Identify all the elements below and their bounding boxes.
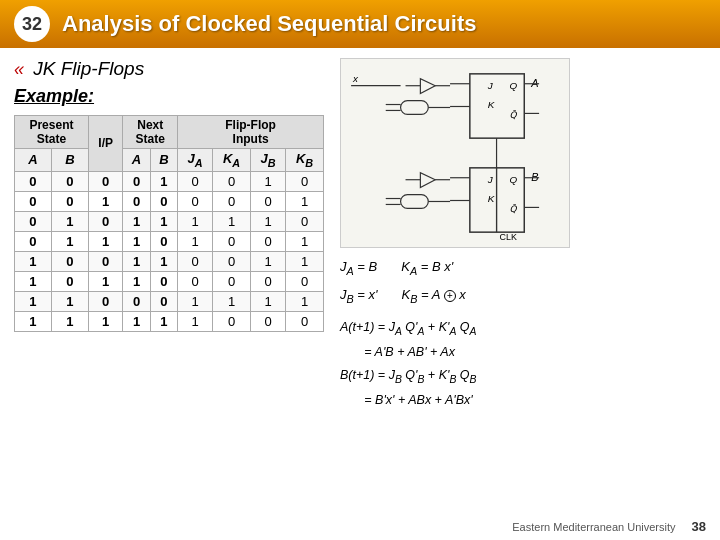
table-cell: 1 [251,251,286,271]
equations-block: JA = B KA = B x' JB = x' KB = A x [340,256,466,312]
col-ka: KA [213,149,251,172]
svg-text:Q: Q [509,174,517,185]
table-cell: 0 [88,251,122,271]
col-present-state: PresentState [15,116,89,149]
circuit-diagram: J K Q Q̄ A [340,58,570,248]
table-cell: 0 [213,251,251,271]
table-cell: 0 [51,191,88,211]
table-cell: 0 [213,231,251,251]
col-b: B [51,149,88,172]
table-cell: 0 [123,291,150,311]
header: 32 Analysis of Clocked Sequential Circui… [0,0,720,48]
table-cell: 0 [123,191,150,211]
example-label: Example: [14,86,324,107]
table-cell: 1 [286,291,324,311]
svg-text:K: K [488,193,495,204]
table-cell: 1 [251,171,286,191]
table-cell: 1 [15,251,52,271]
table-cell: 1 [286,251,324,271]
bullet-icon: « [14,59,24,79]
table-cell: 1 [213,211,251,231]
table-cell: 0 [286,211,324,231]
table-cell: 1 [123,271,150,291]
col-next-b: B [150,149,177,172]
table-cell: 0 [15,231,52,251]
table-cell: 1 [150,251,177,271]
table-cell: 0 [286,171,324,191]
col-kb: KB [286,149,324,172]
table-cell: 0 [150,231,177,251]
table-cell: 0 [150,191,177,211]
table-row: 111111000 [15,311,324,331]
main-content: « JK Flip-Flops Example: PresentState I/… [0,48,720,540]
table-cell: 1 [178,291,213,311]
table-cell: 0 [286,271,324,291]
table-cell: 0 [213,311,251,331]
kb-equation: KB = A x [402,284,466,308]
table-cell: 0 [251,231,286,251]
table-cell: 1 [88,231,122,251]
jb-equation: JB = x' [340,284,378,308]
bt1-formula-2: = B'x' + ABx + A'Bx' [340,389,476,412]
formula-block: A(t+1) = JA Q'A + K'A QA = A'B + AB' + A… [340,316,476,412]
table-cell: 1 [88,311,122,331]
table-cell: 1 [150,311,177,331]
table-cell: 1 [123,231,150,251]
table-cell: 1 [15,311,52,331]
table-cell: 1 [51,291,88,311]
table-cell: 0 [213,171,251,191]
svg-text:Q: Q [509,80,517,91]
table-cell: 1 [88,271,122,291]
col-ja: JA [178,149,213,172]
table-cell: 1 [123,311,150,331]
oplus-icon [444,290,456,302]
svg-marker-11 [420,79,435,94]
at1-formula-2: = A'B + AB' + Ax [340,341,476,364]
col-jb: JB [251,149,286,172]
table-cell: 0 [178,171,213,191]
table-cell: 1 [178,211,213,231]
svg-rect-31 [401,195,429,209]
table-cell: 0 [15,191,52,211]
table-cell: 0 [178,251,213,271]
eq-row-2: JB = x' KB = A x [340,284,466,308]
svg-text:B: B [531,171,538,183]
table-cell: 1 [178,231,213,251]
col-ip: I/P [88,116,122,172]
svg-text:Q̄: Q̄ [509,110,517,121]
table-cell: 0 [88,291,122,311]
footer: Eastern Mediterranean University 38 [512,519,706,534]
table-cell: 1 [15,271,52,291]
flip-flop-title: « JK Flip-Flops [14,58,324,80]
svg-marker-28 [420,173,435,188]
table-cell: 1 [150,171,177,191]
col-a: A [15,149,52,172]
logo: 32 [14,6,50,42]
table-cell: 0 [178,271,213,291]
page-number: 38 [692,519,706,534]
university-label: Eastern Mediterranean University [512,521,675,533]
at1-formula: A(t+1) = JA Q'A + K'A QA [340,316,476,341]
table-cell: 0 [286,311,324,331]
table-cell: 1 [51,211,88,231]
table-cell: 1 [251,291,286,311]
page-title: Analysis of Clocked Sequential Circuits [62,11,476,37]
table-cell: 0 [15,211,52,231]
table-cell: 1 [123,211,150,231]
table-row: 011101001 [15,231,324,251]
table-cell: 1 [51,231,88,251]
table-cell: 1 [123,251,150,271]
table-cell: 0 [213,271,251,291]
table-cell: 0 [150,271,177,291]
table-cell: 0 [51,171,88,191]
table-row: 000010010 [15,171,324,191]
table-cell: 0 [51,271,88,291]
table-cell: 1 [178,311,213,331]
ja-equation: JA = B [340,256,377,280]
table-cell: 1 [286,191,324,211]
svg-rect-14 [401,101,429,115]
col-next-state: NextState [123,116,178,149]
table-cell: 0 [15,171,52,191]
table-cell: 0 [213,191,251,211]
table-row: 110001111 [15,291,324,311]
